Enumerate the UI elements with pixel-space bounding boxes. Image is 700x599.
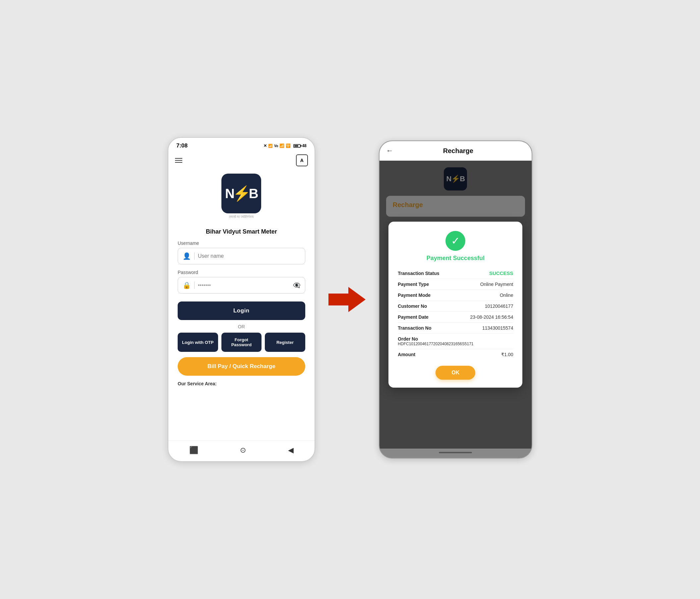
amount-value: ₹1.00 [501,352,513,357]
login-form: Username 👤 Password 🔒 👁️‍🗨️ [168,235,315,293]
direction-arrow [328,287,366,312]
right-header: ← Recharge [379,141,532,161]
arrow-body [328,293,348,306]
user-icon: 👤 [183,252,191,260]
transaction-status-label: Transaction Status [398,271,439,276]
network-icon: 📶 [268,144,273,148]
transaction-status-value: SUCCESS [489,270,514,276]
customer-no-row: Customer No 10120046177 [398,301,513,312]
transaction-no-value: 113430015574 [482,325,513,331]
battery-icon [293,144,301,148]
translate-button[interactable]: A [296,154,308,166]
payment-success-title: Payment Successful [398,255,513,262]
service-area-label: Our Service Area: [168,376,315,389]
order-no-value: HDFC101200461772020408231656S5171 [398,342,473,346]
check-circle-icon: ✓ [446,231,465,251]
payment-type-row: Payment Type Online Payment [398,279,513,290]
wifi-signal: 🛜 [286,144,291,148]
order-no-row: Order No HDFC101200461772020408231656S51… [398,334,513,349]
login-button[interactable]: Login [178,302,305,320]
payment-mode-label: Payment Mode [398,292,430,298]
transaction-no-label: Transaction No [398,325,431,331]
top-bar: A [168,152,315,170]
app-name: Bihar Vidyut Smart Meter [168,228,315,235]
input-divider [194,253,195,260]
register-button[interactable]: Register [265,333,305,352]
payment-date-row: Payment Date 23-08-2024 16:56:54 [398,312,513,323]
ok-button[interactable]: OK [435,366,475,380]
success-check-area: ✓ [398,231,513,251]
wifi-icon: 📶 [279,144,284,148]
password-label: Password [178,270,305,275]
amount-label: Amount [398,352,415,357]
signal-icon: ✕ [264,144,267,148]
phone-left: 7:08 ✕ 📶 Vo 📶 🛜 48 A [168,137,315,462]
transaction-status-row: Transaction Status SUCCESS [398,268,513,279]
circle-nav-icon[interactable]: ⊙ [240,446,246,454]
square-nav-icon[interactable]: ⬛ [189,446,198,454]
home-indicator [439,452,472,453]
wifi-vo-label: Vo [274,144,278,148]
logo-b: B [249,186,258,201]
success-modal-overlay: ✓ Payment Successful Transaction Status … [379,161,532,449]
or-divider: OR [168,324,315,329]
lock-icon: 🔒 [183,281,191,289]
hamburger-menu[interactable] [175,158,182,163]
right-content: N ⚡ B Recharge ✓ Payment Successful [379,161,532,449]
app-logo: N ⚡ B [221,174,261,213]
phone-right: ← Recharge N ⚡ B Recharge [379,140,532,459]
login-otp-button[interactable]: Login with OTP [178,333,218,352]
amount-row: Amount ₹1.00 [398,349,513,360]
bottom-nav: ⬛ ⊙ ◀ [168,440,315,461]
customer-no-label: Customer No [398,304,427,309]
status-bar: 7:08 ✕ 📶 Vo 📶 🛜 48 [168,138,315,152]
secondary-buttons-row: Login with OTP Forgot Password Register [168,333,315,352]
logo-tagline: तमसो मा ज्योतिर्गमय [229,215,254,219]
bill-pay-button[interactable]: Bill Pay / Quick Recharge [178,357,305,376]
order-no-label: Order No [398,336,418,342]
payment-type-label: Payment Type [398,282,429,287]
username-input[interactable] [198,253,300,259]
logo-lightning: ⚡ [233,185,250,202]
password-input[interactable] [198,282,290,288]
logo-area: N ⚡ B तमसो मा ज्योतिर्गमय [168,170,315,224]
payment-date-value: 23-08-2024 16:56:54 [470,314,513,320]
payment-type-value: Online Payment [480,282,514,287]
username-input-row: 👤 [178,248,305,264]
right-bottom-bar [379,449,532,458]
success-modal: ✓ Payment Successful Transaction Status … [389,222,522,388]
forgot-password-button[interactable]: Forgot Password [221,333,262,352]
back-button[interactable]: ← [386,147,394,155]
logo-letters: N ⚡ B [225,185,258,202]
page-title: Recharge [399,147,518,155]
transaction-no-row: Transaction No 113430015574 [398,323,513,334]
eye-icon[interactable]: 👁️‍🗨️ [293,282,300,289]
customer-no-value: 10120046177 [485,304,514,309]
password-input-row: 🔒 👁️‍🗨️ [178,277,305,293]
input-divider-2 [194,282,195,289]
battery-level: 48 [302,144,306,148]
status-icons: ✕ 📶 Vo 📶 🛜 48 [264,144,306,148]
payment-mode-row: Payment Mode Online [398,290,513,301]
payment-mode-value: Online [500,292,513,298]
username-label: Username [178,240,305,246]
translate-icon-label: A [300,158,304,163]
payment-date-label: Payment Date [398,314,429,320]
arrow-head [348,287,366,312]
back-nav-icon[interactable]: ◀ [288,446,294,454]
main-container: 7:08 ✕ 📶 Vo 📶 🛜 48 A [168,137,532,462]
time-display: 7:08 [176,142,188,149]
arrow-container [328,287,366,312]
